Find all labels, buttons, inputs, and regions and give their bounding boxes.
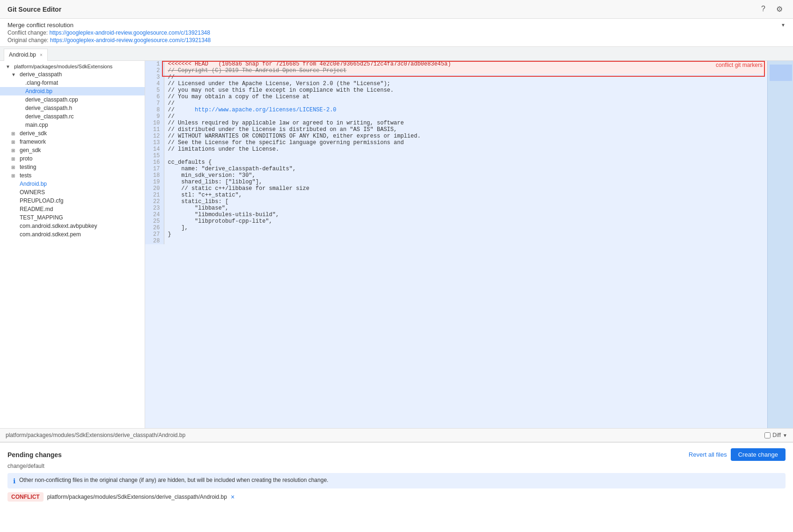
sidebar-item-label: Android.bp xyxy=(20,181,47,187)
tree-root-expand-icon: ▼ xyxy=(6,64,12,69)
code-table: 1 <<<<<<< HEAD (1058a6 Snap for 7216685 … xyxy=(145,61,793,244)
merge-dropdown-icon[interactable]: ▼ xyxy=(781,22,786,28)
code-line-16: 16 cc_defaults { xyxy=(145,159,793,166)
sidebar-item-label: OWNERS xyxy=(20,189,45,196)
sidebar-item-pem[interactable]: com.android.sdkext.pem xyxy=(0,230,145,239)
sidebar-item-label: derive_classpath xyxy=(20,71,62,78)
code-line-5: 5 // you may not use this file except in… xyxy=(145,87,793,94)
header-icons: ? ⚙ xyxy=(761,5,786,14)
settings-icon[interactable]: ⚙ xyxy=(776,5,786,14)
sidebar-item-label: proto xyxy=(20,155,32,162)
code-line-9: 9 // xyxy=(145,113,793,120)
original-change-row: Original change: https://googleplex-andr… xyxy=(7,37,786,44)
main-layout: ▼ platform/packages/modules/SdkExtension… xyxy=(0,61,793,428)
code-line-27: 27 } xyxy=(145,231,793,238)
file-tree-sidebar: ▼ platform/packages/modules/SdkExtension… xyxy=(0,61,145,428)
sidebar-item-derive_sdk[interactable]: ⊞ derive_sdk xyxy=(0,129,145,138)
sidebar-item-label: .clang-format xyxy=(25,80,58,86)
conflict-change-link[interactable]: https://googleplex-android-review.google… xyxy=(49,29,210,36)
code-line-25: 25 "libprotobuf-cpp-lite", xyxy=(145,218,793,225)
code-line-15: 15 xyxy=(145,153,793,159)
merge-title: Merge conflict resolution ▼ xyxy=(7,22,786,29)
sidebar-item-tests[interactable]: ⊞ tests xyxy=(0,171,145,180)
pending-header: Pending changes Revert all files Create … xyxy=(7,448,786,461)
tab-close-icon[interactable]: × xyxy=(40,52,43,58)
license-link[interactable]: http://www.apache.org/licenses/LICENSE-2… xyxy=(195,107,336,113)
sidebar-item-label: framework xyxy=(20,138,46,145)
sidebar-item-android-bp-active[interactable]: Android.bp xyxy=(0,87,145,95)
diff-label: Diff xyxy=(772,432,781,438)
create-change-button[interactable]: Create change xyxy=(731,448,786,461)
code-line-21: 21 stl: "c++_static", xyxy=(145,192,793,198)
sidebar-item-label: gen_sdk xyxy=(20,147,41,153)
code-line-22: 22 static_libs: [ xyxy=(145,198,793,205)
file-path: platform/packages/modules/SdkExtensions/… xyxy=(6,432,185,438)
file-tab[interactable]: Android.bp × xyxy=(4,49,48,61)
code-line-12: 12 // WITHOUT WARRANTIES OR CONDITIONS O… xyxy=(145,133,793,139)
code-line-17: 17 name: "derive_classpath-defaults", xyxy=(145,166,793,172)
info-box: ℹ Other non-conflicting files in the ori… xyxy=(7,473,786,488)
revert-all-button[interactable]: Revert all files xyxy=(689,451,727,458)
sidebar-item-derive_classpath[interactable]: ▼ derive_classpath xyxy=(0,70,145,79)
info-text: Other non-conflicting files in the origi… xyxy=(19,477,328,483)
code-line-3: 3 // xyxy=(145,74,793,80)
sidebar-item-readme[interactable]: README.md xyxy=(0,205,145,213)
pending-changes-section: Pending changes Revert all files Create … xyxy=(0,442,793,526)
diff-checkbox[interactable] xyxy=(764,432,771,438)
help-icon[interactable]: ? xyxy=(761,5,771,14)
sidebar-item-preupload[interactable]: PREUPLOAD.cfg xyxy=(0,197,145,205)
conflict-badge: CONFLICT xyxy=(7,492,44,502)
folder-expand-icon: ▼ xyxy=(11,72,18,77)
code-line-8: 8 // http://www.apache.org/licenses/LICE… xyxy=(145,107,793,113)
code-line-14: 14 // limitations under the License. xyxy=(145,146,793,153)
conflict-remove-icon[interactable]: × xyxy=(231,493,235,501)
sidebar-item-test-mapping[interactable]: TEST_MAPPING xyxy=(0,213,145,222)
sidebar-item-label: TEST_MAPPING xyxy=(20,214,63,221)
code-line-19: 19 shared_libs: ["liblog"], xyxy=(145,179,793,185)
original-change-link[interactable]: https://googleplex-android-review.google… xyxy=(50,37,211,44)
sidebar-item-gen_sdk[interactable]: ⊞ gen_sdk xyxy=(0,146,145,154)
sidebar-item-main-cpp[interactable]: main.cpp xyxy=(0,121,145,129)
code-editor[interactable]: conflict git markers 1 <<<<<<< HEAD (105… xyxy=(145,61,793,428)
code-line-7: 7 // xyxy=(145,100,793,107)
sidebar-item-label: main.cpp xyxy=(25,122,48,128)
sidebar-item-derive-classpath-h[interactable]: derive_classpath.h xyxy=(0,104,145,112)
app-header: Git Source Editor ? ⚙ xyxy=(0,0,793,19)
pending-actions: Revert all files Create change xyxy=(689,448,786,461)
diff-checkbox-container: Diff ▼ xyxy=(764,432,787,438)
sidebar-item-android-bp-root[interactable]: Android.bp xyxy=(0,180,145,188)
code-line-11: 11 // distributed under the License is d… xyxy=(145,126,793,133)
sidebar-item-label: com.android.sdkext.pem xyxy=(20,231,81,238)
sidebar-item-avbpubkey[interactable]: com.android.sdkext.avbpubkey xyxy=(0,222,145,230)
sidebar-item-label: com.android.sdkext.avbpubkey xyxy=(20,223,97,229)
tab-bar: Android.bp × xyxy=(0,47,793,61)
conflict-row: CONFLICT platform/packages/modules/SdkEx… xyxy=(7,492,786,502)
merge-bar: Merge conflict resolution ▼ Conflict cha… xyxy=(0,19,793,47)
code-line-4: 4 // Licensed under the Apache License, … xyxy=(145,80,793,87)
sidebar-item-testing[interactable]: ⊞ testing xyxy=(0,163,145,171)
sidebar-item-derive-classpath-cpp[interactable]: derive_classpath.cpp xyxy=(0,95,145,104)
diff-dropdown-icon[interactable]: ▼ xyxy=(783,433,787,438)
sidebar-item-label: testing xyxy=(20,164,36,170)
merge-title-text: Merge conflict resolution xyxy=(7,22,73,29)
code-line-26: 26 ], xyxy=(145,225,793,231)
tree-root-label[interactable]: platform/packages/modules/SdkExtensions xyxy=(14,64,112,69)
sidebar-item-clang-format[interactable]: .clang-format xyxy=(0,79,145,87)
sidebar-item-owners[interactable]: OWNERS xyxy=(0,188,145,197)
code-line-1: 1 <<<<<<< HEAD (1058a6 Snap for 7216685 … xyxy=(145,61,793,67)
sidebar-item-framework[interactable]: ⊞ framework xyxy=(0,138,145,146)
path-bar: platform/packages/modules/SdkExtensions/… xyxy=(0,428,793,442)
pending-title: Pending changes xyxy=(7,451,62,459)
code-line-24: 24 "libmodules-utils-build", xyxy=(145,211,793,218)
original-change-label: Original change: xyxy=(7,37,48,44)
sidebar-item-proto[interactable]: ⊞ proto xyxy=(0,154,145,163)
code-line-23: 23 "libbase", xyxy=(145,205,793,211)
app-title: Git Source Editor xyxy=(7,6,61,13)
sidebar-item-label: Android.bp xyxy=(25,88,52,95)
code-line-10: 10 // Unless required by applicable law … xyxy=(145,120,793,126)
code-line-28: 28 xyxy=(145,238,793,244)
sidebar-item-derive-classpath-rc[interactable]: derive_classpath.rc xyxy=(0,112,145,121)
conflict-change-row: Conflict change: https://googleplex-andr… xyxy=(7,29,786,36)
info-icon: ℹ xyxy=(13,477,15,485)
sidebar-item-label: derive_classpath.h xyxy=(25,105,72,111)
